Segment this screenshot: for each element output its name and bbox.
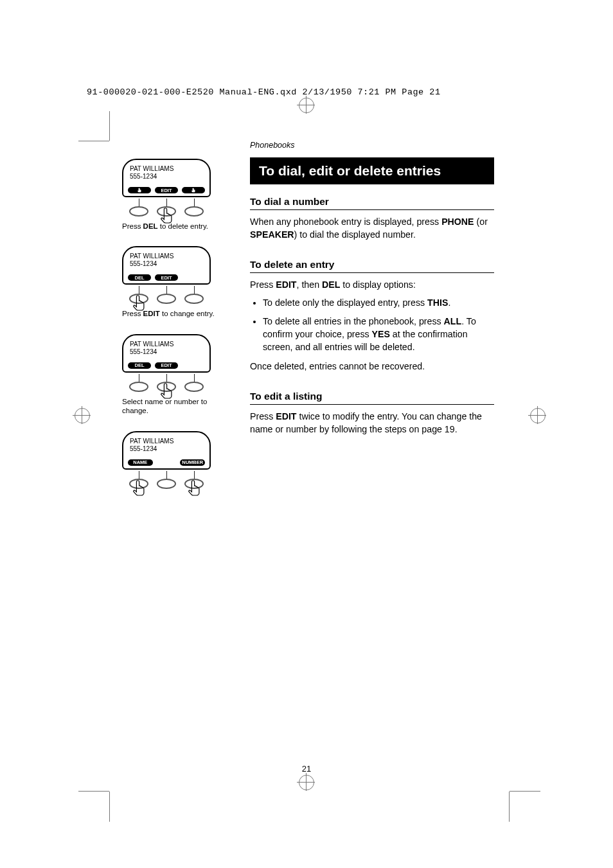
phone-button-center (157, 479, 176, 489)
softkey-right (182, 187, 205, 193)
bullet-list: To delete only the displayed entry, pres… (250, 296, 494, 353)
phone-button-right (184, 294, 204, 304)
body-text: Press EDIT, then DEL to display options: (250, 278, 494, 291)
hand-pointer-icon (137, 188, 142, 193)
crop-mark-icon (78, 141, 109, 141)
phone-button-left (129, 382, 148, 392)
header-text: 91-000020-021-000-E2520 Manual-ENG.qxd 2… (87, 87, 440, 97)
registration-mark-icon (528, 406, 546, 424)
page-number: 21 (0, 764, 613, 774)
hand-pointer-icon (187, 479, 202, 498)
hand-pointer-icon (159, 382, 175, 401)
crop-mark-icon (109, 111, 110, 141)
diagram-delete-entry: PAT WILLIAMS 555-1234 DEL EDIT Press EDI… (122, 246, 231, 318)
section-heading-delete: To delete an entry (250, 259, 494, 273)
phone-button-center (157, 294, 176, 304)
phone-screen: PAT WILLIAMS 555-1234 DEL EDIT (122, 334, 211, 373)
crop-mark-icon (509, 792, 510, 822)
softkey-edit: EDIT (155, 362, 178, 369)
diagram-caption: Press DEL to delete entry. (122, 222, 231, 231)
screen-name: PAT WILLIAMS (130, 341, 203, 348)
phone-screen: PAT WILLIAMS 555-1234 DEL EDIT (122, 246, 211, 285)
phone-screen: PAT WILLIAMS 555-1234 NAME NUMBER (122, 431, 211, 470)
softkey-name: NAME (128, 459, 153, 466)
print-header: 91-000020-021-000-E2520 Manual-ENG.qxd 2… (87, 87, 440, 97)
text-column: Phonebooks To dial, edit or delete entri… (250, 141, 494, 441)
hand-pointer-icon (191, 188, 196, 193)
breadcrumb: Phonebooks (250, 141, 494, 150)
softkey-left (128, 187, 151, 193)
phone-screen: PAT WILLIAMS 555-1234 EDIT (122, 159, 211, 197)
phone-button-center (157, 206, 176, 217)
crop-mark-icon (78, 791, 109, 792)
hand-pointer-icon (159, 206, 175, 226)
softkey-edit: EDIT (155, 274, 178, 281)
diagram-select-name-number: PAT WILLIAMS 555-1234 NAME NUMBER (122, 431, 231, 489)
phone-button-left (129, 479, 148, 489)
illustration-column: PAT WILLIAMS 555-1234 EDIT Press DEL to … (122, 159, 231, 504)
registration-mark-icon (297, 773, 315, 791)
crop-mark-icon (109, 792, 110, 822)
screen-name: PAT WILLIAMS (130, 252, 203, 260)
screen-number: 555-1234 (130, 173, 203, 181)
page-title: To dial, edit or delete entries (250, 157, 494, 184)
diagram-change-entry: PAT WILLIAMS 555-1234 DEL EDIT Select na… (122, 334, 231, 416)
diagram-edit-entry: PAT WILLIAMS 555-1234 EDIT Press DEL to … (122, 159, 231, 231)
registration-mark-icon (297, 96, 315, 114)
screen-name: PAT WILLIAMS (130, 165, 203, 173)
softkey-number: NUMBER (180, 459, 205, 466)
phone-button-center (157, 382, 176, 392)
phone-button-right (184, 479, 204, 489)
phone-button-right (184, 382, 204, 392)
screen-number: 555-1234 (130, 445, 203, 453)
screen-number: 555-1234 (130, 260, 203, 268)
screen-name: PAT WILLIAMS (130, 438, 203, 445)
registration-mark-icon (73, 406, 91, 424)
body-text: Once deleted, entries cannot be recovere… (250, 360, 494, 373)
softkey-del: DEL (128, 362, 151, 369)
body-text: Press EDIT twice to modify the entry. Yo… (250, 410, 494, 436)
phone-button-left (129, 206, 148, 217)
softkey-del: DEL (128, 274, 151, 281)
hand-pointer-icon (132, 479, 147, 498)
crop-mark-icon (510, 791, 540, 792)
list-item: To delete only the displayed entry, pres… (263, 296, 494, 309)
section-heading-dial: To dial a number (250, 196, 494, 210)
body-text: When any phonebook entry is displayed, p… (250, 215, 494, 241)
hand-pointer-icon (132, 294, 147, 313)
phone-button-left (129, 294, 148, 304)
softkey-center: EDIT (155, 187, 178, 193)
section-heading-edit: To edit a listing (250, 391, 494, 405)
screen-number: 555-1234 (130, 348, 203, 356)
list-item: To delete all entries in the phonebook, … (263, 315, 494, 353)
diagram-caption: Select name or number to change. (122, 397, 231, 416)
phone-button-right (184, 206, 204, 217)
